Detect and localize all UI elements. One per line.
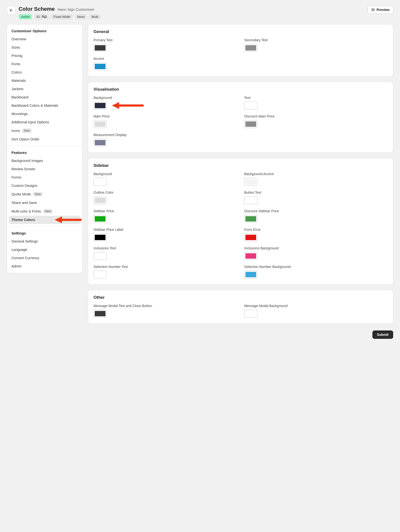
back-button[interactable] — [7, 6, 16, 15]
color-swatch-accent[interactable] — [94, 63, 107, 70]
arrow-left-icon — [9, 8, 13, 12]
color-label: Inclusions Text — [94, 246, 237, 250]
sidebar-item-label: Colors — [11, 70, 22, 74]
color-field-main-price: Main Price — [94, 114, 237, 128]
color-swatch-inclusions-text[interactable] — [94, 252, 107, 260]
sidebar-item-label: Review Screen — [11, 167, 35, 171]
color-label: Outline Color — [94, 191, 237, 194]
color-label: Background Accent — [244, 172, 388, 176]
color-label: Sidebar Price — [94, 209, 237, 213]
badge-neon: Neon — [75, 14, 87, 19]
sidebar-item-background-images[interactable]: Background Images — [7, 157, 82, 165]
sidebar-item-label: Theme Colors — [11, 218, 35, 222]
color-swatch-measurement-display[interactable] — [94, 139, 107, 147]
color-swatch-inner — [245, 179, 256, 184]
sidebar-item-admin[interactable]: Admin — [7, 262, 82, 270]
sidebar-item-label: Admin — [11, 264, 21, 268]
color-label: Message Modal Background — [244, 304, 388, 308]
sidebar-item-fonts[interactable]: Fonts — [7, 60, 82, 68]
color-swatch-outline-color[interactable] — [94, 196, 107, 204]
sidebar-item-materials[interactable]: Materials — [7, 76, 82, 85]
color-label: Discount Sidebar Price — [244, 209, 388, 213]
color-field-discount-sidebar-price: Discount Sidebar Price — [244, 209, 388, 223]
color-label: Button Text — [244, 191, 388, 194]
new-badge: New — [43, 209, 53, 213]
sidebar-item-share-and-save[interactable]: Share and Save — [7, 199, 82, 207]
sidebar-heading-customiser: Customiser Options — [7, 29, 82, 35]
color-swatch-inner — [245, 272, 256, 277]
color-swatch-background[interactable] — [94, 178, 107, 186]
color-swatch-form-error[interactable] — [244, 234, 257, 241]
color-swatch-message-modal-text-and-close-button[interactable] — [94, 310, 107, 318]
sidebar-item-theme-colors[interactable]: Theme Colors — [9, 216, 80, 224]
color-field-background: Background — [94, 96, 237, 109]
sidebar-item-review-screen[interactable]: Review Screen — [7, 165, 82, 173]
sidebar-item-label: Background Images — [11, 159, 43, 163]
svg-marker-5 — [112, 102, 119, 109]
color-swatch-background[interactable] — [94, 102, 107, 109]
sidebar-item-label: Overview — [11, 37, 26, 41]
color-swatch-sidebar-price[interactable] — [94, 215, 107, 223]
sidebar-item-quote-mode[interactable]: Quote ModeNew — [7, 190, 82, 199]
color-swatch-message-modal-background[interactable] — [244, 310, 257, 318]
color-swatch-text[interactable] — [244, 102, 257, 109]
color-field-sidebar-price-label: Sidebar Price Label — [94, 228, 237, 241]
color-field-text: Text — [244, 96, 388, 109]
color-swatch-discount-main-price[interactable] — [244, 120, 257, 128]
color-swatch-inner — [245, 235, 256, 240]
id-badge: ID: 752 — [34, 14, 49, 19]
sidebar-item-backboard-colors-materials[interactable]: Backboard Colors & Materials — [7, 101, 82, 110]
sidebar-item-label: Additional Input Options — [11, 120, 49, 124]
sidebar-item-mountings[interactable]: Mountings — [7, 110, 82, 118]
color-field-background: Background — [94, 172, 237, 186]
main-content: General Primary TextSecondary TextAccent… — [88, 24, 393, 339]
sidebar-item-convert-currency[interactable]: Convert Currency — [7, 254, 82, 262]
color-label: Sidebar Price Label — [94, 228, 237, 232]
sidebar-item-label: Language — [11, 248, 27, 252]
sidebar-item-pricing[interactable]: Pricing — [7, 52, 82, 60]
color-swatch-button-text[interactable] — [244, 196, 257, 204]
color-swatch-inner — [95, 103, 105, 108]
color-label: Inclusions Background — [244, 246, 388, 250]
annotation-arrow-icon — [111, 101, 145, 110]
color-swatch-discount-sidebar-price[interactable] — [244, 215, 257, 223]
sidebar-item-label: Jackets — [11, 87, 23, 91]
sidebar-item-additional-input-options[interactable]: Additional Input Options — [7, 118, 82, 126]
color-label: Text — [244, 96, 388, 100]
sidebar-item-sort-option-order[interactable]: Sort Option Order — [7, 135, 82, 143]
color-swatch-inner — [245, 45, 256, 51]
sidebar-item-label: Sizes — [11, 45, 20, 49]
color-field-secondary-text: Secondary Text — [244, 38, 388, 52]
sidebar-item-colors[interactable]: Colors — [7, 68, 82, 76]
sidebar-item-label: Multi-color & Fonts — [11, 209, 41, 213]
sidebar-item-general-settings[interactable]: General Settings — [7, 237, 82, 245]
color-field-primary-text: Primary Text — [94, 38, 237, 52]
color-swatch-sidebar-price-label[interactable] — [94, 234, 107, 241]
color-swatch-inner — [95, 253, 105, 259]
sidebar-item-custom-designs[interactable]: Custom Designs — [7, 181, 82, 190]
sidebar-item-multi-color-fonts[interactable]: Multi-color & FontsNew — [7, 207, 82, 216]
sidebar-item-overview[interactable]: Overview — [7, 35, 82, 43]
color-swatch-main-price[interactable] — [94, 120, 107, 128]
submit-button[interactable]: Submit — [372, 330, 393, 339]
preview-button[interactable]: Preview — [368, 6, 393, 14]
sidebar-item-language[interactable]: Language — [7, 245, 82, 254]
color-swatch-inclusions-background[interactable] — [244, 252, 257, 260]
sidebar-item-label: Backboard — [11, 95, 28, 99]
color-swatch-primary-text[interactable] — [94, 44, 107, 52]
color-swatch-selection-number-background[interactable] — [244, 271, 257, 278]
sidebar-item-icons[interactable]: IconsNew — [7, 126, 82, 135]
sidebar-item-jackets[interactable]: Jackets — [7, 85, 82, 93]
color-swatch-inner — [95, 45, 105, 51]
sidebar-item-sizes[interactable]: Sizes — [7, 43, 82, 52]
new-badge: New — [22, 128, 32, 133]
color-swatch-background-accent[interactable] — [244, 178, 257, 186]
color-field-background-accent: Background Accent — [244, 172, 388, 186]
color-swatch-secondary-text[interactable] — [244, 44, 257, 52]
card-visualisation: Visualisation BackgroundTextMain PriceDi… — [88, 82, 393, 153]
color-swatch-selection-number-text[interactable] — [94, 271, 107, 278]
sidebar-item-backboard[interactable]: Backboard — [7, 93, 82, 101]
sidebar-item-forms[interactable]: Forms — [7, 173, 82, 181]
color-field-measurement-display: Measurement Display — [94, 133, 237, 147]
color-label: Accent — [94, 57, 237, 61]
